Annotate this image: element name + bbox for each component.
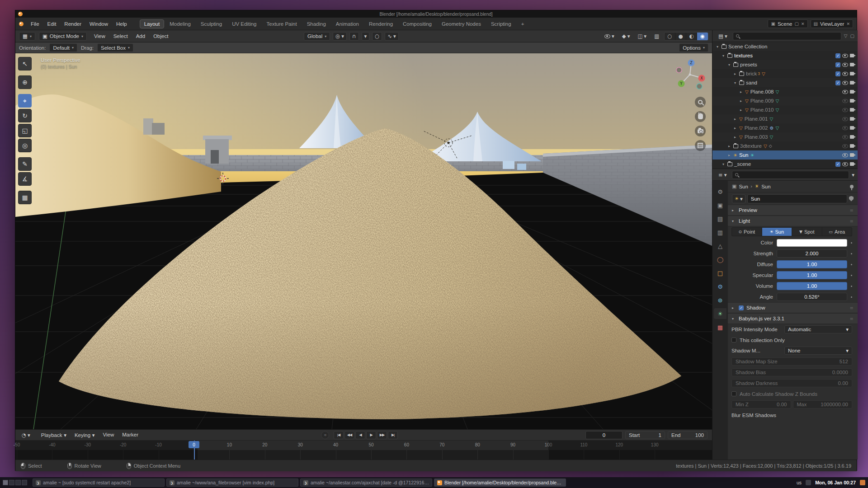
specular-slider[interactable]: 1.00 xyxy=(777,271,847,279)
snap-toggle[interactable]: ∩ xyxy=(349,32,359,41)
expand-arrow-icon[interactable]: ▾ xyxy=(721,162,726,166)
collection-checkbox[interactable]: ✓ xyxy=(835,53,840,58)
zoom-view-button[interactable] xyxy=(695,97,706,108)
taskbar-window-amalie-analiestar-com[interactable]: ❯amalie ~/analiestar.com/ajaxchat [date … xyxy=(300,479,432,487)
properties-search-input[interactable] xyxy=(741,172,846,178)
menu-edit[interactable]: Edit xyxy=(44,20,60,28)
viewport-canvas[interactable] xyxy=(15,42,712,429)
workspace-tab-scripting[interactable]: Scripting xyxy=(486,19,516,28)
properties-tab-output[interactable]: ▤ xyxy=(714,213,726,224)
timeline-menu-view[interactable]: View xyxy=(99,431,118,440)
taskbar-window-amalie-sudo-systemctl[interactable]: ❯amalie ~ [sudo systemctl restart apache… xyxy=(33,479,165,487)
add-cube-tool-button[interactable]: ▦ xyxy=(18,191,32,204)
workspace-tab-compositing[interactable]: Compositing xyxy=(398,19,436,28)
outliner-row-plane-010[interactable]: ▸▽Plane.010▽ xyxy=(712,105,858,114)
timeline-menu-keying[interactable]: Keying ▾ xyxy=(71,431,99,440)
viewport-menu-view[interactable]: View xyxy=(90,32,109,40)
expand-arrow-icon[interactable]: ▸ xyxy=(739,99,743,103)
babylon-panel-header[interactable]: ▾ Babylon.js ver 3.3.1 ≡ xyxy=(728,313,858,324)
new-collection-icon[interactable]: ▢ xyxy=(850,33,854,38)
disable-in-renders-toggle[interactable] xyxy=(850,126,854,130)
light-type-sun[interactable]: ☀Sun xyxy=(762,228,793,236)
visibility-dropdown[interactable]: ▾ xyxy=(602,32,617,41)
workspace-button-3[interactable] xyxy=(15,480,21,485)
scene-selector[interactable]: ▣ Scene ▢ ✕ xyxy=(768,19,807,28)
disable-in-renders-toggle[interactable] xyxy=(850,72,854,75)
collection-checkbox[interactable]: ✓ xyxy=(835,71,840,76)
outliner-row-sun[interactable]: ▸☀Sun☀ xyxy=(712,150,858,160)
cursor-tool-button[interactable]: ⊕ xyxy=(18,75,32,89)
blender-menu-icon[interactable] xyxy=(19,22,24,26)
shadow-panel-header[interactable]: ▸ ✓ Shadow ≡ xyxy=(728,302,858,313)
taskbar-clock[interactable]: Mon, 06 Jan 00:27 xyxy=(815,480,856,485)
hide-in-viewport-toggle[interactable] xyxy=(842,72,848,76)
diffuse-slider[interactable]: 1.00 xyxy=(777,260,847,268)
workspace-tab-modeling[interactable]: Modeling xyxy=(165,19,195,28)
tray-icon[interactable] xyxy=(806,480,811,485)
taskbar-window-blender-home-amalie-de[interactable]: Blender [/home/amalie/Desktop/blender/pr… xyxy=(434,479,566,487)
workspace-tab-uv-editing[interactable]: UV Editing xyxy=(227,19,261,28)
transport-play[interactable]: ▶ xyxy=(366,431,376,439)
hide-in-viewport-toggle[interactable] xyxy=(842,117,848,121)
snap-settings-dropdown[interactable]: ▾ xyxy=(362,32,370,41)
viewport-menu-select[interactable]: Select xyxy=(110,32,132,40)
drag-dropdown[interactable]: Select Box ▾ xyxy=(97,43,133,52)
fake-user-shield-icon[interactable] xyxy=(849,196,854,202)
properties-tab-physics[interactable]: ⊚ xyxy=(714,295,726,305)
expand-arrow-icon[interactable]: ▾ xyxy=(733,81,737,85)
filter-icon[interactable]: ▽ xyxy=(844,33,848,38)
hide-in-viewport-toggle[interactable] xyxy=(842,162,848,166)
properties-tab-world[interactable]: ◯ xyxy=(714,254,726,265)
rotate-tool-button[interactable]: ↻ xyxy=(18,109,32,122)
expand-arrow-icon[interactable]: ▸ xyxy=(733,72,737,76)
max-z-field[interactable]: Max 1000000.00 xyxy=(793,400,853,408)
properties-tab-scene[interactable]: △ xyxy=(714,240,726,251)
workspace-button-4[interactable] xyxy=(22,480,27,485)
start-frame-field[interactable]: Start 1 xyxy=(625,431,665,439)
workspace-tab-texture-paint[interactable]: Texture Paint xyxy=(262,19,302,28)
annotate-tool-button[interactable]: ✎ xyxy=(18,157,32,171)
pin-icon[interactable] xyxy=(850,185,854,188)
workspace-tab-plus[interactable]: + xyxy=(517,19,529,28)
overlays-dropdown[interactable]: ◫ ▾ xyxy=(635,32,649,41)
hide-in-viewport-toggle[interactable] xyxy=(842,90,848,94)
expand-arrow-icon[interactable]: ▸ xyxy=(739,108,743,112)
shading-rendered-button[interactable]: ◉ xyxy=(697,33,708,40)
disable-in-renders-toggle[interactable] xyxy=(850,81,854,84)
collection-checkbox[interactable]: ✓ xyxy=(835,162,840,167)
transport-auto-keyframe[interactable]: ○ xyxy=(321,431,329,439)
light-panel-header[interactable]: ▾ Light ≡ xyxy=(728,216,858,226)
outliner-row-plane-008[interactable]: ▸▽Plane.008▽ xyxy=(712,87,858,96)
expand-arrow-icon[interactable]: ▸ xyxy=(733,126,737,130)
outliner-row-scene[interactable]: ▾_scene✓ xyxy=(712,160,858,169)
transport-jump-to-start[interactable]: |◀ xyxy=(334,431,344,439)
viewport-menu-add[interactable]: Add xyxy=(132,32,149,40)
light-color-swatch[interactable] xyxy=(777,239,847,247)
shadow-bias-field[interactable]: Shadow Bias 0.0000 xyxy=(731,368,852,376)
outliner-row-presets[interactable]: ▾presets✓ xyxy=(712,60,858,69)
properties-tab-render[interactable]: ▣ xyxy=(714,200,726,211)
shadow-darkness-field[interactable]: Shadow Darkness 0.00 xyxy=(731,379,852,387)
end-frame-field[interactable]: End 100 xyxy=(668,431,708,439)
disable-in-renders-toggle[interactable] xyxy=(850,117,854,121)
gizmo-axis-neg[interactable] xyxy=(697,84,702,89)
workspace-button-2[interactable] xyxy=(9,480,14,485)
move-tool-button[interactable]: ⌖ xyxy=(18,94,32,108)
outliner-row-scene-collection[interactable]: ▾Scene Collection xyxy=(712,42,858,51)
window-titlebar[interactable]: Blender [/home/amalie/Desktop/blender/pr… xyxy=(15,10,857,18)
breadcrumb-object[interactable]: Sun xyxy=(739,184,748,189)
toggle-ortho-button[interactable] xyxy=(695,140,706,151)
transform-tool-button[interactable]: ◎ xyxy=(18,139,32,152)
expand-arrow-icon[interactable]: ▾ xyxy=(727,63,731,67)
expand-arrow-icon[interactable]: ▸ xyxy=(727,153,731,157)
disable-in-renders-toggle[interactable] xyxy=(850,90,854,94)
outliner-editor-type-button[interactable]: ▤ ▾ xyxy=(716,32,730,40)
disable-in-renders-toggle[interactable] xyxy=(850,54,854,57)
hide-in-viewport-toggle[interactable] xyxy=(842,81,848,85)
breadcrumb-data[interactable]: Sun xyxy=(761,184,770,189)
workspace-tab-sculpting[interactable]: Sculpting xyxy=(196,19,226,28)
scale-tool-button[interactable]: ◱ xyxy=(18,124,32,137)
disable-in-renders-toggle[interactable] xyxy=(850,153,854,157)
hide-in-viewport-toggle[interactable] xyxy=(842,63,848,67)
timeline-menu-playback[interactable]: Playback ▾ xyxy=(38,431,70,440)
